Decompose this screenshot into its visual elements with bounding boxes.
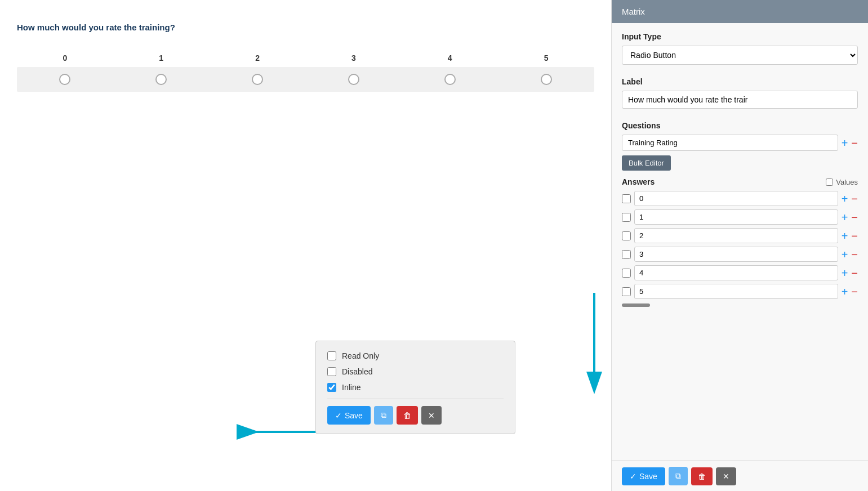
add-answer-0-button[interactable]: + <box>842 193 848 204</box>
matrix-cell-0 <box>17 74 113 85</box>
popup-delete-button[interactable]: 🗑 <box>397 406 418 425</box>
add-question-button[interactable]: + <box>842 137 848 149</box>
add-answer-3-button[interactable]: + <box>842 249 848 260</box>
add-answer-2-button[interactable]: + <box>842 230 848 242</box>
popup-copy-button[interactable]: ⧉ <box>374 406 393 425</box>
panel-delete-button[interactable]: 🗑 <box>691 467 713 485</box>
popup-close-button[interactable]: ✕ <box>421 406 442 425</box>
add-answer-5-button[interactable]: + <box>842 286 848 297</box>
panel-copy-button[interactable]: ⧉ <box>669 467 688 485</box>
radio-5[interactable] <box>541 74 552 85</box>
popup-box: Read Only Disabled Inline ✓ Save ⧉ 🗑 ✕ <box>315 341 515 434</box>
col-header-0: 0 <box>17 49 113 67</box>
label-input[interactable] <box>622 91 858 109</box>
values-label: Values <box>826 178 858 186</box>
remove-answer-4-button[interactable]: − <box>851 267 858 279</box>
disabled-label: Disabled <box>342 367 372 376</box>
disabled-checkbox[interactable] <box>327 367 336 376</box>
answer-input-2[interactable] <box>634 228 838 243</box>
input-type-select[interactable]: Radio Button Checkbox Text <box>622 46 858 65</box>
answer-checkbox-4[interactable] <box>622 269 631 278</box>
radio-2[interactable] <box>252 74 263 85</box>
remove-question-button[interactable]: − <box>851 137 858 149</box>
answer-row-5: + − <box>622 284 858 299</box>
add-answer-1-button[interactable]: + <box>842 212 848 223</box>
scrollbar-area <box>622 303 858 307</box>
copy-icon: ⧉ <box>381 410 386 420</box>
col-header-5: 5 <box>498 49 594 67</box>
remove-answer-2-button[interactable]: − <box>851 230 858 242</box>
panel-check-icon: ✓ <box>630 472 636 481</box>
col-header-2: 2 <box>210 49 306 67</box>
answers-header: Answers Values <box>622 177 858 186</box>
answer-row-2: + − <box>622 228 858 243</box>
popup-save-button[interactable]: ✓ Save <box>327 406 371 425</box>
matrix-cell-2 <box>210 74 306 85</box>
matrix-row <box>17 67 594 92</box>
popup-buttons: ✓ Save ⧉ 🗑 ✕ <box>327 406 504 425</box>
matrix-header: 0 1 2 3 4 5 <box>17 49 594 67</box>
panel-copy-icon: ⧉ <box>675 471 681 481</box>
answer-row-4: + − <box>622 265 858 280</box>
readonly-label: Read Only <box>342 351 379 360</box>
answer-checkbox-3[interactable] <box>622 250 631 259</box>
col-header-4: 4 <box>402 49 498 67</box>
matrix-cell-3 <box>305 74 402 85</box>
popup-save-label: Save <box>345 411 363 420</box>
inline-checkbox[interactable] <box>327 383 336 392</box>
values-checkbox[interactable] <box>826 178 833 186</box>
panel-footer: ✓ Save ⧉ 🗑 ✕ <box>612 461 868 491</box>
bulk-editor-button[interactable]: Bulk Editor <box>622 155 671 171</box>
remove-answer-1-button[interactable]: − <box>851 212 858 223</box>
scrollbar-indicator[interactable] <box>622 303 650 307</box>
matrix-cell-4 <box>402 74 498 85</box>
answer-checkbox-1[interactable] <box>622 213 631 222</box>
questions-row: + − <box>622 135 858 151</box>
label-section-label: Label <box>622 77 858 86</box>
remove-answer-3-button[interactable]: − <box>851 249 858 260</box>
input-type-label: Input Type <box>622 32 858 41</box>
answer-checkbox-0[interactable] <box>622 194 631 203</box>
answer-checkbox-2[interactable] <box>622 231 631 240</box>
radio-3[interactable] <box>348 74 359 85</box>
panel-close-button[interactable]: ✕ <box>716 467 736 485</box>
remove-answer-0-button[interactable]: − <box>851 193 858 204</box>
radio-4[interactable] <box>444 74 456 85</box>
popup-option-inline: Inline <box>327 383 504 392</box>
answer-row-1: + − <box>622 209 858 225</box>
panel-close-icon: ✕ <box>723 472 729 481</box>
answer-input-0[interactable] <box>634 191 838 206</box>
question-title: How much would you rate the training? <box>17 23 594 32</box>
matrix-cell-1 <box>113 74 210 85</box>
question-input[interactable] <box>622 135 838 151</box>
panel-save-label: Save <box>639 472 657 481</box>
remove-answer-5-button[interactable]: − <box>851 286 858 297</box>
questions-section-label: Questions <box>622 121 858 130</box>
answer-input-1[interactable] <box>634 209 838 225</box>
popup-divider <box>327 399 504 399</box>
answer-row-0: + − <box>622 191 858 206</box>
close-icon: ✕ <box>428 411 435 420</box>
col-header-3: 3 <box>305 49 402 67</box>
radio-0[interactable] <box>59 74 70 85</box>
right-panel: Matrix Input Type Radio Button Checkbox … <box>611 0 868 491</box>
inline-label: Inline <box>342 383 360 392</box>
check-icon: ✓ <box>335 411 342 420</box>
panel-header: Matrix <box>612 0 868 23</box>
answer-row-3: + − <box>622 247 858 262</box>
answer-input-4[interactable] <box>634 265 838 280</box>
panel-save-button[interactable]: ✓ Save <box>622 467 665 485</box>
answers-section-label: Answers <box>622 177 655 186</box>
answer-input-3[interactable] <box>634 247 838 262</box>
col-header-1: 1 <box>113 49 210 67</box>
main-content: How much would you rate the training? 0 … <box>0 0 611 491</box>
readonly-checkbox[interactable] <box>327 351 336 360</box>
answer-checkbox-5[interactable] <box>622 287 631 296</box>
popup-option-readonly: Read Only <box>327 351 504 360</box>
add-answer-4-button[interactable]: + <box>842 267 848 279</box>
trash-icon: 🗑 <box>403 411 411 420</box>
radio-1[interactable] <box>155 74 167 85</box>
answer-input-5[interactable] <box>634 284 838 299</box>
matrix-cell-5 <box>498 74 594 85</box>
panel-title: Matrix <box>622 7 645 16</box>
